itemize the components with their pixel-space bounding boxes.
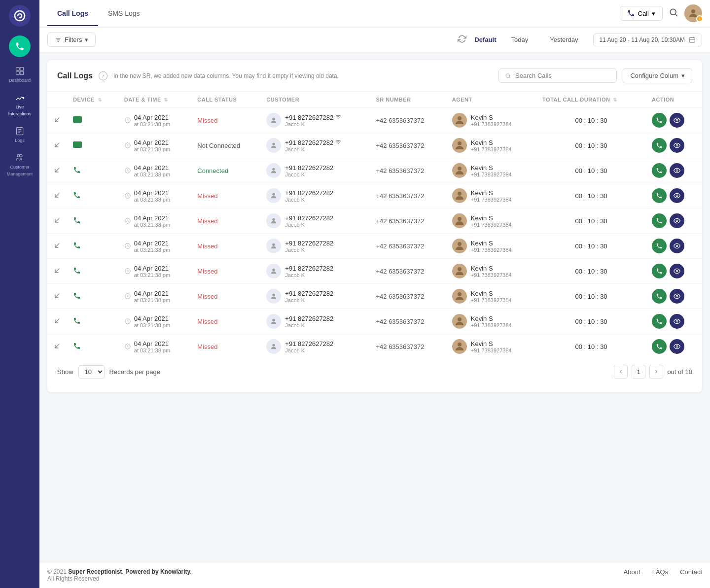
svg-point-36 [273, 193, 275, 196]
topbar-call-button[interactable]: Call ▾ [620, 6, 663, 21]
table-row: 04 Apr 2021 at 03:21:38 pm Missed +91 82… [47, 284, 702, 309]
action-call-button[interactable] [652, 289, 667, 304]
table-body: 04 Apr 2021 at 03:21:38 pm Missed +91 82… [47, 108, 702, 359]
device-cell [67, 208, 118, 234]
call-direction-cell [47, 158, 67, 183]
action-call-button[interactable] [652, 213, 667, 228]
filters-dropdown-arrow: ▾ [85, 36, 88, 43]
date-time-cell: 04 Apr 2021 at 03:21:38 pm [118, 334, 192, 359]
svg-point-13 [691, 9, 695, 13]
customer-cell: +91 8272627282 Jacob K [260, 259, 370, 284]
action-view-button[interactable] [670, 339, 684, 354]
call-direction-cell [47, 133, 67, 158]
action-view-button[interactable] [670, 188, 684, 203]
action-call-button[interactable] [652, 188, 667, 203]
svg-point-32 [273, 168, 275, 171]
th-empty [47, 92, 67, 108]
svg-point-9 [17, 154, 20, 157]
tab-call-logs[interactable]: Call Logs [47, 1, 98, 26]
action-call-button[interactable] [652, 163, 667, 178]
duration-cell: 00 : 10 : 30 [536, 284, 646, 309]
user-avatar-wrapper[interactable]: 1 [684, 4, 702, 22]
th-date-time: DATE & TIME ⇅ [118, 92, 192, 108]
configure-columns-button[interactable]: Configure Colum ▾ [623, 68, 692, 83]
topbar-search-icon[interactable] [669, 7, 678, 19]
action-call-button[interactable] [652, 339, 667, 354]
duration-cell: 00 : 10 : 30 [536, 133, 646, 158]
phone-button[interactable] [9, 35, 31, 57]
sr-number-cell: +42 6353637372 [370, 284, 446, 309]
device-cell [67, 334, 118, 359]
main-content: Call Logs SMS Logs Call ▾ [39, 0, 710, 588]
configure-dropdown-arrow: ▾ [681, 72, 685, 79]
per-page-select[interactable]: 10 25 50 [78, 365, 105, 379]
refresh-icon[interactable] [458, 35, 466, 45]
datetime-sort-icon: ⇅ [164, 97, 168, 103]
customer-cell: +91 8272627282 Jacob K [260, 108, 370, 133]
search-input[interactable] [515, 72, 610, 79]
customer-cell: +91 8272627282 Jacob K [260, 334, 370, 359]
svg-point-53 [458, 292, 462, 296]
sidebar: Dashboard Live Interactions Logs Custome… [0, 0, 39, 588]
action-view-button[interactable] [670, 138, 684, 153]
sidebar-item-dashboard[interactable]: Dashboard [0, 61, 39, 88]
next-page-button[interactable] [649, 365, 663, 379]
table-row: 04 Apr 2021 at 03:21:38 pm Missed +91 82… [47, 183, 702, 208]
svg-rect-2 [16, 71, 20, 75]
call-status-cell: Missed [191, 284, 260, 309]
sr-number-cell: +42 6353637372 [370, 133, 446, 158]
sidebar-item-customer-management[interactable]: Customer Management [0, 148, 39, 181]
call-logs-table: DEVICE ⇅ DATE & TIME ⇅ CALL STATUS CUSTO… [47, 92, 702, 359]
date-time-cell: 04 Apr 2021 at 03:21:38 pm [118, 183, 192, 208]
action-view-button[interactable] [670, 314, 684, 329]
sr-number-cell: +42 6353637372 [370, 259, 446, 284]
action-call-button[interactable] [652, 113, 667, 128]
topbar-right: Call ▾ 1 [620, 4, 702, 22]
action-call-button[interactable] [652, 314, 667, 329]
agent-cell: Kevin S +91 7383927384 [446, 284, 536, 309]
call-dropdown-arrow: ▾ [652, 10, 655, 17]
customer-cell: +91 8272627282 Jacob K [260, 183, 370, 208]
agent-cell: Kevin S +91 7383927384 [446, 309, 536, 334]
customer-cell: +91 8272627282 Jacob K [260, 158, 370, 183]
current-page-number: 1 [632, 365, 645, 379]
filters-button[interactable]: Filters ▾ [47, 33, 96, 47]
table-row: 04 Apr 2021 at 03:21:38 pm Missed +91 82… [47, 208, 702, 234]
action-view-button[interactable] [670, 239, 684, 253]
svg-point-4 [23, 98, 24, 99]
action-view-button[interactable] [670, 213, 684, 228]
tab-sms-logs[interactable]: SMS Logs [98, 1, 150, 26]
call-direction-cell [47, 108, 67, 133]
action-view-button[interactable] [670, 113, 684, 128]
svg-rect-1 [20, 68, 24, 71]
sr-number-cell: +42 6353637372 [370, 183, 446, 208]
call-direction-cell [47, 284, 67, 309]
action-view-button[interactable] [670, 289, 684, 304]
footer-link-contact[interactable]: Contact [680, 568, 702, 576]
footer-link-about[interactable]: About [624, 568, 640, 576]
action-cell [646, 158, 702, 183]
sidebar-item-logs[interactable]: Logs [0, 121, 39, 148]
footer-link-faqs[interactable]: FAQs [652, 568, 669, 576]
svg-line-22 [509, 77, 510, 78]
date-range-picker[interactable]: 11 Aug 20 - 11 Aug 20, 10:30AM [593, 34, 702, 46]
action-view-button[interactable] [670, 163, 684, 178]
card-header: Call Logs i In the new SR, we added new … [47, 60, 702, 92]
svg-point-37 [458, 192, 462, 196]
today-button[interactable]: Today [504, 34, 535, 46]
sidebar-item-live-interactions[interactable]: Live Interactions [0, 88, 39, 121]
sr-number-cell: +42 6353637372 [370, 158, 446, 183]
action-call-button[interactable] [652, 264, 667, 278]
action-view-button[interactable] [670, 264, 684, 278]
svg-point-11 [670, 9, 676, 15]
svg-point-52 [273, 294, 275, 296]
prev-page-button[interactable] [614, 365, 628, 379]
action-call-button[interactable] [652, 239, 667, 253]
action-call-button[interactable] [652, 138, 667, 153]
info-icon[interactable]: i [99, 71, 107, 80]
device-sort-icon: ⇅ [98, 97, 102, 103]
yesterday-button[interactable]: Yesterday [543, 34, 585, 46]
agent-cell: Kevin S +91 7383927384 [446, 158, 536, 183]
call-logs-card: Call Logs i In the new SR, we added new … [47, 60, 702, 392]
duration-sort-icon: ⇅ [613, 97, 617, 103]
